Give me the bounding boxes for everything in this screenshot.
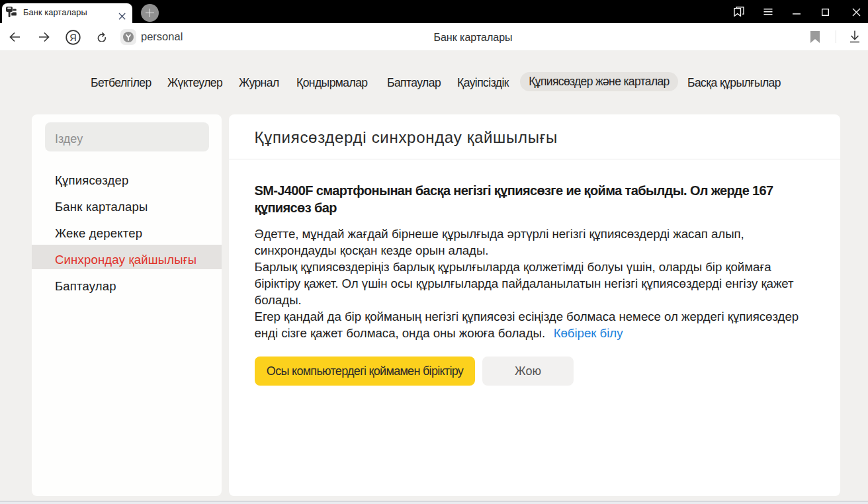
svg-text:R: R (69, 32, 76, 43)
